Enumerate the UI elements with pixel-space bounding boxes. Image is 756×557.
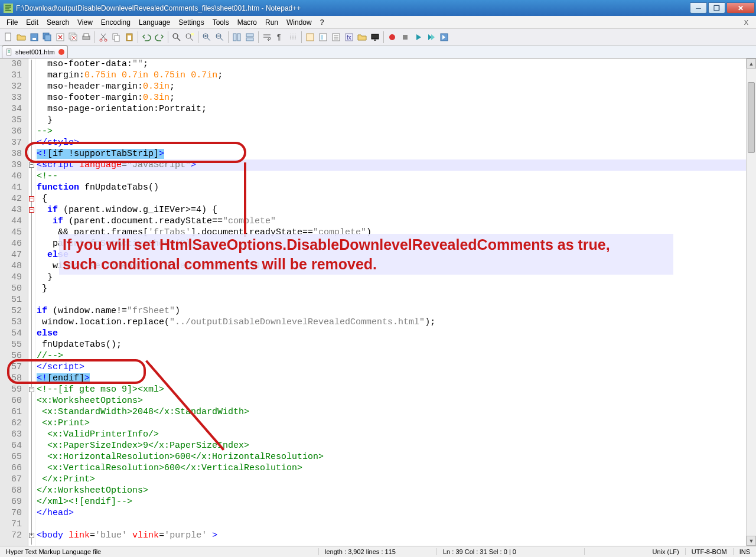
code-line[interactable]: }	[37, 115, 756, 126]
fold-toggle-icon[interactable]: +	[29, 533, 34, 538]
menu-encoding[interactable]: Encoding	[97, 17, 135, 28]
new-file-icon[interactable]	[2, 31, 15, 44]
save-macro-icon[interactable]	[438, 31, 451, 44]
code-line[interactable]: margin:0.75in 0.7in 0.75in 0.7in;	[37, 70, 756, 81]
scroll-down-icon[interactable]: ▼	[747, 536, 756, 546]
indent-guide-icon[interactable]	[286, 31, 299, 44]
minimize-button[interactable]: ─	[690, 2, 707, 14]
doc-map-icon[interactable]	[317, 31, 330, 44]
code-line[interactable]: if (window.name!="frSheet")	[37, 305, 756, 317]
status-encoding[interactable]: UTF-8-BOM	[686, 548, 734, 555]
menubar-close-icon[interactable]: X	[740, 18, 752, 27]
fold-toggle-icon[interactable]: −	[29, 207, 34, 213]
sync-v-icon[interactable]	[230, 31, 243, 44]
code-line[interactable]: </x:WorksheetOptions>	[37, 485, 756, 496]
code-line[interactable]: else	[37, 328, 756, 339]
menu-language[interactable]: Language	[135, 17, 174, 28]
code-content[interactable]: mso-footer-data:""; margin:0.75in 0.7in …	[35, 58, 756, 546]
open-file-icon[interactable]	[15, 31, 28, 44]
code-line[interactable]: <!--[if gte mso 9]><xml>	[37, 384, 756, 395]
zoom-in-icon[interactable]	[200, 31, 213, 44]
wordwrap-icon[interactable]	[260, 31, 273, 44]
doc-list-icon[interactable]	[330, 31, 343, 44]
save-all-icon[interactable]	[41, 31, 54, 44]
code-line[interactable]: <x:VerticalResolution>600</x:VerticalRes…	[37, 462, 756, 474]
code-line[interactable]: window.location.replace("../outputDisabl…	[37, 317, 756, 328]
play-macro-icon[interactable]	[412, 31, 425, 44]
close-file-icon[interactable]	[54, 31, 67, 44]
code-line[interactable]: <x:StandardWidth>2048</x:StandardWidth>	[37, 406, 756, 418]
code-line[interactable]	[37, 294, 756, 305]
code-line[interactable]: mso-page-orientation:Portrait;	[37, 103, 756, 115]
menu-view[interactable]: View	[73, 17, 97, 28]
folder-workspace-icon[interactable]	[356, 31, 369, 44]
menu-help[interactable]: ?	[316, 17, 328, 28]
stop-macro-icon[interactable]	[399, 31, 412, 44]
replace-icon[interactable]	[183, 31, 196, 44]
fold-toggle-icon[interactable]: −	[29, 387, 34, 392]
scrollbar-thumb[interactable]	[748, 82, 755, 153]
print-icon[interactable]	[80, 31, 93, 44]
menu-file[interactable]: File	[2, 17, 22, 28]
code-line[interactable]: if (parent.window.g_iIEVer>=4) {	[37, 204, 756, 216]
fold-toggle-icon[interactable]: −	[29, 196, 34, 201]
code-line[interactable]: </x:Print>	[37, 474, 756, 485]
show-all-chars-icon[interactable]: ¶	[273, 31, 286, 44]
paste-icon[interactable]	[123, 31, 136, 44]
play-multi-icon[interactable]	[425, 31, 438, 44]
code-line[interactable]: //-->	[37, 350, 756, 361]
code-line[interactable]: </head>	[37, 507, 756, 519]
save-icon[interactable]	[28, 31, 41, 44]
close-button[interactable]: ✕	[726, 2, 755, 14]
code-line[interactable]: mso-header-margin:0.3in;	[37, 81, 756, 92]
fold-toggle-icon[interactable]: −	[29, 162, 34, 168]
record-macro-icon[interactable]	[386, 31, 399, 44]
code-line[interactable]: fnUpdateTabs();	[37, 339, 756, 350]
code-line[interactable]: <body link='blue' vlink='purple' >	[37, 530, 756, 541]
maximize-button[interactable]: ❐	[708, 2, 725, 14]
zoom-out-icon[interactable]	[213, 31, 226, 44]
menu-window[interactable]: Window	[282, 17, 316, 28]
code-line[interactable]: -->	[37, 126, 756, 137]
status-eol[interactable]: Unix (LF)	[647, 548, 686, 555]
code-line[interactable]: </xml><![endif]-->	[37, 496, 756, 507]
status-ins-mode[interactable]: INS	[734, 548, 756, 555]
code-line[interactable]: {	[37, 193, 756, 204]
code-line[interactable]: <!--	[37, 171, 756, 182]
code-line[interactable]: if (parent.document.readyState=="complet…	[37, 216, 756, 227]
vertical-scrollbar[interactable]: ▲ ▼	[746, 58, 756, 546]
code-line[interactable]: <x:WorksheetOptions>	[37, 395, 756, 406]
cut-icon[interactable]	[97, 31, 110, 44]
close-all-icon[interactable]	[67, 31, 80, 44]
toolbar: ¶ fx	[0, 29, 756, 45]
menu-tools[interactable]: Tools	[208, 17, 233, 28]
redo-icon[interactable]	[153, 31, 166, 44]
monitor-icon[interactable]	[369, 31, 382, 44]
undo-icon[interactable]	[140, 31, 153, 44]
document-tab[interactable]: sheet001.htm	[2, 45, 68, 58]
menu-edit[interactable]: Edit	[22, 17, 43, 28]
scroll-up-icon[interactable]: ▲	[747, 58, 756, 69]
menu-run[interactable]: Run	[261, 17, 282, 28]
code-line[interactable]: <x:HorizontalResolution>600</x:Horizonta…	[37, 451, 756, 462]
menu-search[interactable]: Search	[43, 17, 73, 28]
tab-close-icon[interactable]	[58, 49, 64, 55]
code-line[interactable]: <x:ValidPrinterInfo/>	[37, 429, 756, 440]
code-line[interactable]: mso-footer-margin:0.3in;	[37, 92, 756, 103]
code-line[interactable]: mso-footer-data:"";	[37, 58, 756, 70]
code-line[interactable]: }	[37, 283, 756, 294]
menu-macro[interactable]: Macro	[233, 17, 261, 28]
copy-icon[interactable]	[110, 31, 123, 44]
menu-settings[interactable]: Settings	[174, 17, 208, 28]
fold-column[interactable]: −−−−+	[28, 58, 35, 546]
code-line[interactable]: <x:Print>	[37, 418, 756, 429]
code-line[interactable]	[37, 519, 756, 530]
find-icon[interactable]	[170, 31, 183, 44]
svg-rect-34	[374, 40, 376, 41]
code-line[interactable]: <x:PaperSizeIndex>9</x:PaperSizeIndex>	[37, 440, 756, 451]
code-line[interactable]: function fnUpdateTabs()	[37, 182, 756, 193]
function-list-icon[interactable]: fx	[343, 31, 356, 44]
editor-area[interactable]: 3031323334353637383940414243444546474849…	[0, 58, 756, 546]
lang-udf-icon[interactable]	[304, 31, 317, 44]
sync-h-icon[interactable]	[243, 31, 256, 44]
